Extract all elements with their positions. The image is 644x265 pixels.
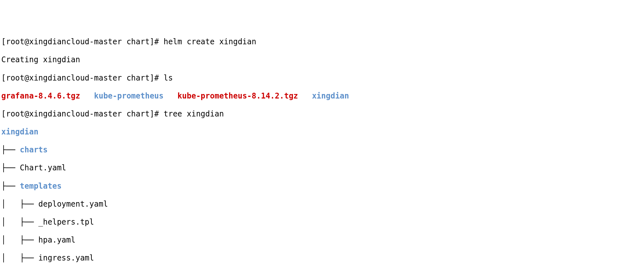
command-text: tree xingdian [164,109,224,118]
ls-output: grafana-8.4.6.tgz kube-prometheus kube-p… [1,91,643,100]
command-text: helm create xingdian [164,37,256,46]
directory-entry: charts [20,145,48,154]
shell-prompt: [root@xingdiancloud-master chart]# [1,37,164,46]
terminal-line-tree: [root@xingdiancloud-master chart]# tree … [1,109,643,118]
tree-entry: │ ├── _helpers.tpl [1,218,643,227]
shell-prompt: [root@xingdiancloud-master chart]# [1,109,164,118]
file-archive: grafana-8.4.6.tgz [1,91,80,100]
command-text: ls [164,73,173,82]
output-creating: Creating xingdian [1,55,643,64]
tree-entry: ├── templates [1,182,643,191]
terminal-line-helm-create: [root@xingdiancloud-master chart]# helm … [1,37,643,46]
tree-entry: │ ├── ingress.yaml [1,253,643,262]
directory-entry: kube-prometheus [94,91,164,100]
tree-root: xingdian [1,127,643,136]
terminal-line-ls: [root@xingdiancloud-master chart]# ls [1,73,643,82]
shell-prompt: [root@xingdiancloud-master chart]# [1,73,164,82]
file-archive: kube-prometheus-8.14.2.tgz [177,91,298,100]
tree-entry: ├── charts [1,145,643,154]
directory-entry: xingdian [312,91,349,100]
tree-entry: │ ├── deployment.yaml [1,200,643,209]
tree-entry: │ ├── hpa.yaml [1,235,643,244]
tree-entry: ├── Chart.yaml [1,163,643,172]
directory-entry: templates [20,182,62,191]
